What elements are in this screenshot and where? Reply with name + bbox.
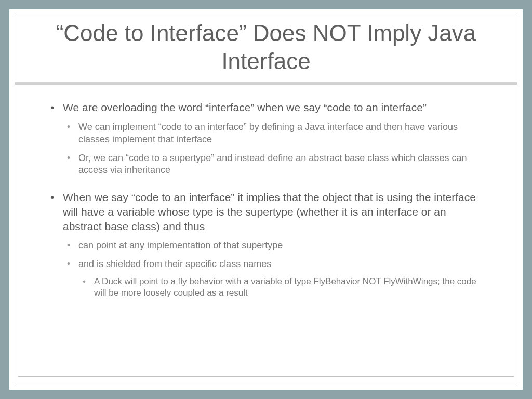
- bullet-text: can point at any implementation of that …: [78, 240, 283, 250]
- bullet-list-level1: We are overloading the word “interface” …: [46, 100, 486, 299]
- bullet-text: A Duck will point to a fly behavior with…: [94, 276, 476, 298]
- bullet-list-level2: We can implement “code to an interface” …: [63, 121, 486, 177]
- bullet-list-level3: A Duck will point to a fly behavior with…: [78, 276, 486, 299]
- list-item: A Duck will point to a fly behavior with…: [78, 276, 486, 299]
- list-item: Or, we can “code to a supertype” and ins…: [63, 152, 486, 177]
- bullet-list-level2: can point at any implementation of that …: [63, 240, 486, 299]
- bottom-divider: [18, 376, 514, 377]
- bullet-text: and is shielded from their specific clas…: [78, 259, 271, 269]
- list-item: We can implement “code to an interface” …: [63, 121, 486, 146]
- list-item: When we say “code to an interface” it im…: [46, 190, 486, 299]
- list-item: and is shielded from their specific clas…: [63, 258, 486, 299]
- bullet-text: Or, we can “code to a supertype” and ins…: [78, 153, 467, 176]
- title-section: “Code to Interface” Does NOT Imply Java …: [15, 15, 517, 82]
- slide-outer-frame: “Code to Interface” Does NOT Imply Java …: [9, 9, 523, 390]
- bullet-text: We are overloading the word “interface” …: [63, 101, 427, 113]
- slide-content: We are overloading the word “interface” …: [15, 85, 517, 376]
- bullet-text: We can implement “code to an interface” …: [78, 122, 458, 144]
- slide-inner-frame: “Code to Interface” Does NOT Imply Java …: [15, 15, 517, 384]
- list-item: We are overloading the word “interface” …: [46, 100, 486, 177]
- list-item: can point at any implementation of that …: [63, 240, 486, 252]
- slide-title: “Code to Interface” Does NOT Imply Java …: [36, 19, 496, 75]
- bullet-text: When we say “code to an interface” it im…: [63, 191, 476, 232]
